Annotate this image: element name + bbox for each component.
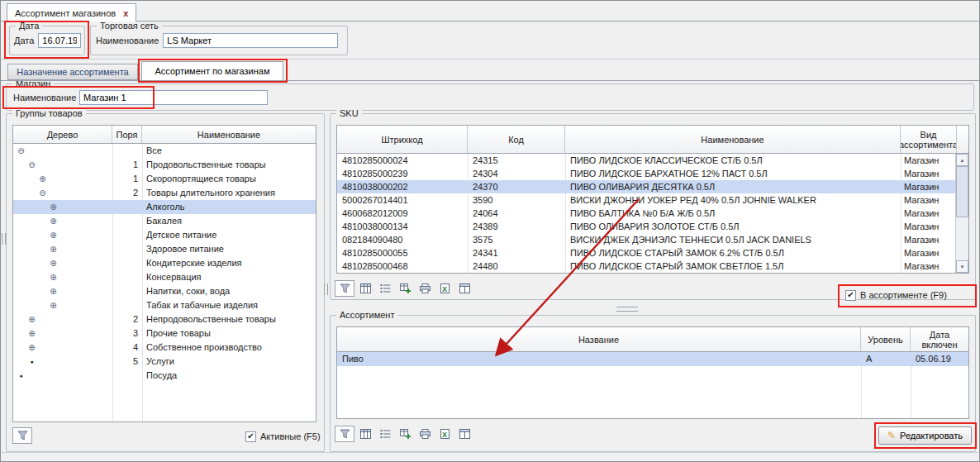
column-header-date-included[interactable]: Дата включен <box>911 327 968 351</box>
expand-icon[interactable]: ⊕ <box>48 242 59 256</box>
group-tree-row[interactable]: ⊖2Товары длительного хранения <box>13 186 316 200</box>
sku-row[interactable]: 481003800013424389ПИВО ОЛИВАРИЯ ЗОЛОТОЕ … <box>337 220 957 233</box>
scroll-down-icon[interactable]: ▼ <box>956 260 968 273</box>
excel-toolbar-button[interactable]: X <box>435 280 454 297</box>
panel-splitter-grip[interactable] <box>324 283 328 295</box>
sku-row[interactable]: 0821840904803575ВИСКИ ДЖЕК ДЭНИЭЛС ТЕННЕ… <box>337 233 957 246</box>
print-toolbar-button[interactable] <box>416 426 434 442</box>
assortment-name-cell: Пиво <box>337 352 861 366</box>
group-tree-row[interactable]: ⊖Все <box>13 144 316 158</box>
expand-icon[interactable]: ⊕ <box>48 270 59 284</box>
list-toolbar-button[interactable] <box>376 426 394 442</box>
collapse-icon[interactable]: ⊖ <box>16 144 26 158</box>
group-tree-row[interactable]: ⊕Детское питание <box>13 228 316 242</box>
column-header-name[interactable]: Наименование <box>565 126 901 153</box>
expand-icon[interactable]: ⊕ <box>48 228 59 242</box>
columns-toolbar-button[interactable] <box>356 426 374 442</box>
assortment-row[interactable]: ПивоА05.06.19 <box>337 352 968 366</box>
assortment-table-body: ПивоА05.06.19 <box>337 352 968 366</box>
assortment-kind-cell: Магазин <box>901 260 957 273</box>
column-header-order[interactable]: Поря <box>112 126 142 143</box>
group-tree-row[interactable]: ⊕1Скоропортящиеся товары <box>13 172 316 186</box>
active-f5-checkbox[interactable]: ✔ Активные (F5) <box>245 430 321 443</box>
product-groups-table-body: ⊖Все⊖1Продовольственные товары⊕1Скоропор… <box>13 144 316 383</box>
window-splitter-grip[interactable] <box>2 233 6 245</box>
group-tree-row[interactable]: ⊕4Собственное производство <box>13 341 316 355</box>
sku-row[interactable]: 481028500023924304ПИВО ЛИДСКОЕ БАРХАТНОЕ… <box>337 167 957 180</box>
filter-toolbar-button[interactable] <box>335 426 354 442</box>
layout-toolbar-button[interactable] <box>455 280 473 297</box>
table-add-toolbar-button[interactable] <box>396 280 414 297</box>
horizontal-splitter-grip[interactable] <box>616 307 638 312</box>
code-cell: 24315 <box>468 154 565 167</box>
close-tab-icon[interactable]: x <box>123 8 128 18</box>
expand-icon[interactable]: ⊕ <box>26 312 37 326</box>
column-header-name[interactable]: Наименование <box>142 126 316 143</box>
columns-toolbar-button[interactable] <box>356 280 374 297</box>
code-cell: 24304 <box>468 167 565 180</box>
expand-icon[interactable]: ⊕ <box>26 341 37 355</box>
collapse-icon[interactable]: ⊖ <box>37 186 48 200</box>
print-toolbar-button[interactable] <box>416 280 434 297</box>
expand-icon[interactable]: ⊕ <box>48 298 59 312</box>
list-icon <box>380 429 391 439</box>
tab-assortment-by-stores[interactable]: Ассортимент по магазинам <box>141 61 283 81</box>
group-tree-row[interactable]: ●Посуда <box>13 369 316 383</box>
group-tree-row[interactable]: ●5Услуги <box>13 355 316 369</box>
column-header-tree[interactable]: Дерево <box>13 126 112 143</box>
group-tree-row[interactable]: ⊖1Продовольственные товары <box>13 158 316 172</box>
table-add-toolbar-button[interactable] <box>396 426 414 442</box>
scroll-up-icon[interactable]: ▲ <box>956 154 968 166</box>
filter-toolbar-button[interactable] <box>12 427 32 444</box>
column-header-title[interactable]: Название <box>337 327 861 351</box>
sku-row[interactable]: 50002670144013590ВИСКИ ДЖОННИ УОКЕР РЕД … <box>337 193 957 207</box>
sku-row[interactable]: 460068201200924064ПИВО БАЛТИКА №0 Б/А Ж/… <box>337 207 957 220</box>
expand-icon[interactable]: ⊕ <box>48 200 59 214</box>
collapse-icon[interactable]: ⊖ <box>26 158 37 172</box>
document-tab[interactable]: Ассортимент магазинов x <box>7 3 136 21</box>
barcode-cell: 4810285000024 <box>337 154 468 167</box>
group-tree-row[interactable]: ⊕Консервация <box>13 270 316 284</box>
edit-button[interactable]: ✎ Редактировать <box>878 426 972 445</box>
group-tree-row[interactable]: ⊕Здоровое питание <box>13 242 316 256</box>
sku-row[interactable]: 481028500046824480ПИВО ЛИДСКОЕ СТАРЫЙ ЗА… <box>337 260 957 273</box>
column-header-code[interactable]: Код <box>468 126 565 153</box>
excel-toolbar-button[interactable]: X <box>435 426 454 442</box>
network-name-input[interactable] <box>163 33 338 48</box>
sku-row[interactable]: 481028500002424315ПИВО ЛИДСКОЕ КЛАССИЧЕС… <box>337 154 957 167</box>
expand-icon[interactable]: ⊕ <box>26 326 37 341</box>
column-header-filler <box>957 126 968 153</box>
expand-icon[interactable]: ⊕ <box>48 256 59 270</box>
layout-toolbar-button[interactable] <box>455 426 473 442</box>
list-toolbar-button[interactable] <box>376 280 394 297</box>
group-tree-row[interactable]: ⊕3Прочие товары <box>13 326 316 341</box>
date-input[interactable] <box>38 33 81 48</box>
group-tree-row[interactable]: ⊕Бакалея <box>13 214 316 228</box>
sku-row[interactable]: 481003800020224370ПИВО ОЛИВАРИЯ ДЕСЯТКА … <box>337 180 957 193</box>
column-header-level[interactable]: Уровень <box>861 327 911 351</box>
in-assortment-f9-checkbox[interactable]: ✔ В ассортименте (F9) <box>845 288 947 302</box>
scroll-thumb[interactable] <box>956 166 968 217</box>
group-tree-row[interactable]: ⊕Алкоголь <box>13 200 316 214</box>
assortment-table: Название Уровень Дата включен ПивоА05.06… <box>336 326 969 419</box>
sku-row[interactable]: 481028500005524341ПИВО ЛИДСКОЕ СТАРЫЙ ЗА… <box>337 246 957 260</box>
sku-scrollbar[interactable]: ▲ ▼ <box>955 154 968 273</box>
expand-icon[interactable]: ⊕ <box>48 214 59 228</box>
expand-icon[interactable]: ⊕ <box>48 284 59 298</box>
group-tree-row[interactable]: ⊕Табак и табачные изделия <box>13 298 316 312</box>
column-header-barcode[interactable]: Штрихкод <box>337 126 468 153</box>
filter-toolbar-button[interactable] <box>335 280 354 297</box>
expand-icon[interactable]: ⊕ <box>37 172 48 186</box>
sku-name-cell: ПИВО ОЛИВАРИЯ ЗОЛОТОЕ СТ/Б 0.5Л <box>565 220 901 233</box>
sku-name-cell: ПИВО БАЛТИКА №0 Б/А Ж/Б 0.5Л <box>565 207 901 220</box>
sku-name-cell: ВИСКИ ДЖОННИ УОКЕР РЕД 40% 0.5Л JOHNIE W… <box>565 193 901 207</box>
group-tree-row[interactable]: ⊕2Непродовольственные товары <box>13 312 316 326</box>
tab-assortment-assignment[interactable]: Назначение ассортимента <box>7 64 138 80</box>
store-name-input[interactable] <box>79 90 268 105</box>
group-tree-row[interactable]: ⊕Напитки, соки, вода <box>13 284 316 298</box>
group-tree-row[interactable]: ⊕Кондитерские изделия <box>13 256 316 270</box>
print-icon <box>420 283 431 293</box>
sku-name-cell: ПИВО ЛИДСКОЕ КЛАССИЧЕСКОЕ СТ/Б 0.5Л <box>565 154 901 167</box>
filter-icon <box>340 283 350 293</box>
column-header-assortment-kind[interactable]: Вид ассортимента <box>901 126 957 153</box>
